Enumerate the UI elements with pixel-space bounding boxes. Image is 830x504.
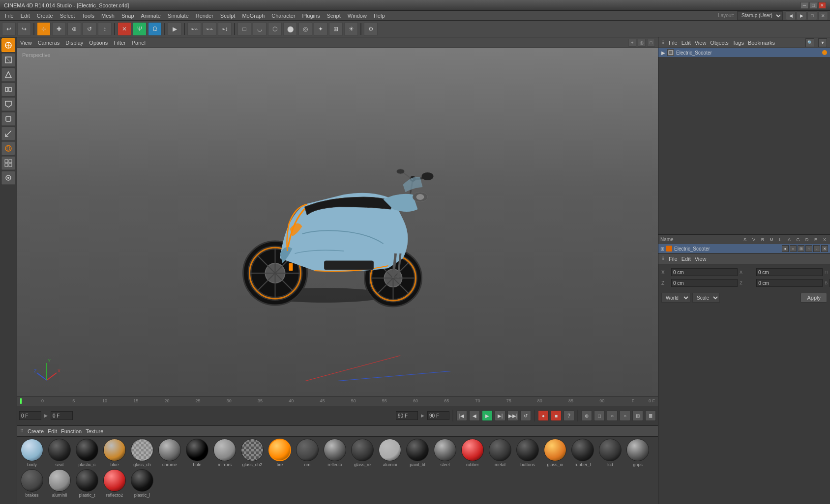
camera-btn[interactable]: ◎	[298, 22, 312, 36]
menu-render[interactable]: Render	[193, 12, 216, 20]
material-item-steel[interactable]: steel	[432, 439, 458, 467]
menu-character[interactable]: Character	[268, 12, 298, 20]
material-item-aluminii[interactable]: aluminii	[47, 469, 72, 498]
attr-file[interactable]: File	[669, 256, 678, 262]
current-frame-input[interactable]	[19, 411, 41, 420]
material-item-paint_bl[interactable]: paint_bl	[405, 439, 430, 467]
nurbs-btn[interactable]: ⬡	[268, 22, 282, 36]
material-item-grips[interactable]: grips	[625, 439, 651, 467]
goto-end-button[interactable]: ▶▶|	[507, 410, 518, 421]
maximize-button[interactable]: □	[809, 2, 817, 9]
coord-x-input[interactable]	[671, 268, 738, 276]
frame-end-input[interactable]	[396, 411, 418, 420]
material-item-mirrors[interactable]: mirrors	[212, 439, 237, 467]
vp-menu-panel[interactable]: Panel	[132, 40, 146, 46]
material-item-glass_oi[interactable]: glass_oi	[542, 439, 568, 467]
menu-help[interactable]: Help	[371, 12, 388, 20]
menu-file[interactable]: File	[2, 12, 17, 20]
close-button[interactable]: ✕	[818, 2, 826, 9]
key-button3[interactable]: ○	[607, 410, 618, 421]
material-item-brakes[interactable]: brakes	[19, 469, 45, 498]
attr-view[interactable]: View	[695, 256, 707, 262]
menu-plugins[interactable]: Plugins	[299, 12, 323, 20]
left-tool-2[interactable]	[1, 53, 15, 67]
scale-select[interactable]: Scale	[692, 293, 720, 303]
material-item-blue[interactable]: blue	[102, 439, 127, 467]
frame-max-input[interactable]	[427, 411, 449, 420]
vp-menu-display[interactable]: Display	[65, 40, 83, 46]
layout-btn3[interactable]: □	[807, 11, 817, 20]
world-select[interactable]: World Object	[661, 293, 690, 303]
obj-objects[interactable]: Objects	[710, 40, 728, 46]
key-button5[interactable]: ⊞	[632, 410, 643, 421]
light-btn[interactable]: ✦	[314, 22, 327, 36]
material-item-plastic_t[interactable]: plastic_t	[74, 469, 100, 498]
left-tool-9[interactable]	[1, 156, 15, 170]
key-button2[interactable]: □	[594, 410, 605, 421]
loop-button[interactable]: ↺	[520, 410, 531, 421]
coord-z-input[interactable]	[671, 279, 738, 287]
vp-menu-cameras[interactable]: Cameras	[38, 40, 60, 46]
menu-window[interactable]: Window	[345, 12, 370, 20]
material-item-body[interactable]: body	[19, 439, 45, 467]
menu-simulate[interactable]: Simulate	[165, 12, 192, 20]
selected-object-row[interactable]: ▶ Electric_Scooter	[658, 48, 830, 57]
play-button[interactable]: ▶	[168, 22, 181, 36]
material-item-chrome[interactable]: chrome	[157, 439, 182, 467]
material-item-lcd[interactable]: lcd	[597, 439, 623, 467]
obj-arr-btn[interactable]: ↑	[805, 245, 812, 252]
menu-mograph[interactable]: MoGraph	[239, 12, 267, 20]
obj-vis2-btn[interactable]: ○	[790, 245, 797, 252]
material-item-glass_re[interactable]: glass_re	[350, 439, 375, 467]
stop-button[interactable]: ■	[551, 410, 562, 421]
left-tool-8[interactable]	[1, 141, 15, 155]
menu-tools[interactable]: Tools	[79, 12, 97, 20]
material-item-alumini[interactable]: alumini	[377, 439, 403, 467]
selected-object-row2[interactable]: ⊞ Electric_Scooter ● ○ ⊞ ↑ ↓ ✕	[658, 244, 830, 253]
object-btn[interactable]: □	[237, 22, 251, 36]
left-tool-4[interactable]	[1, 83, 15, 96]
vp-menu-view[interactable]: View	[20, 40, 32, 46]
obj-view-menu[interactable]: View	[695, 40, 707, 46]
material-item-buttons[interactable]: buttons	[515, 439, 540, 467]
obj-arr2-btn[interactable]: ↓	[813, 245, 820, 252]
render-btn3[interactable]: ⌁↕	[218, 22, 232, 36]
left-tool-5[interactable]	[1, 97, 15, 111]
vp-ctrl-1[interactable]: +	[628, 39, 636, 47]
material-item-glass_ch2[interactable]: glass_ch2	[239, 439, 265, 467]
rotate-tool-button[interactable]: ↺	[83, 22, 96, 36]
obj-tags[interactable]: Tags	[733, 40, 744, 46]
question-button[interactable]: ?	[563, 410, 574, 421]
x-axis-button[interactable]: ✕	[118, 22, 131, 36]
deformer-btn[interactable]: ⬤	[283, 22, 297, 36]
material-item-rim[interactable]: rim	[295, 439, 320, 467]
menu-animate[interactable]: Animate	[138, 12, 164, 20]
apply-button[interactable]: Apply	[800, 293, 827, 303]
coord-xr-input[interactable]	[756, 268, 823, 276]
menu-script[interactable]: Script	[324, 12, 344, 20]
transform-tool-button[interactable]: ↕	[98, 22, 112, 36]
material-item-seat[interactable]: seat	[47, 439, 72, 467]
obj-vis-btn[interactable]: ●	[782, 245, 789, 252]
material-item-glass_ch[interactable]: glass_ch	[129, 439, 155, 467]
key-button1[interactable]: ⊕	[581, 410, 592, 421]
record-button[interactable]: ●	[538, 410, 549, 421]
vp-menu-filter[interactable]: Filter	[114, 40, 125, 46]
obj-filter-btn[interactable]: ▼	[818, 38, 827, 47]
layout-btn2[interactable]: ▶	[797, 11, 806, 20]
obj-file[interactable]: File	[669, 40, 678, 46]
key-button6[interactable]: ≣	[645, 410, 656, 421]
obj-bookmarks[interactable]: Bookmarks	[748, 40, 775, 46]
vp-ctrl-2[interactable]: ◎	[638, 39, 646, 47]
obj-del-btn[interactable]: ✕	[821, 245, 828, 252]
spline-btn[interactable]: ◡	[253, 22, 267, 36]
coord-zr-input[interactable]	[756, 279, 823, 287]
y-axis-button[interactable]: Ψ	[133, 22, 147, 36]
obj-search-btn[interactable]: 🔍	[805, 38, 814, 47]
render-btn2[interactable]: ⌁⌁	[203, 22, 216, 36]
timeline-ruler-marks[interactable]: 0 5 10 15 20 25 30 35 40 45 50 55 60 65	[27, 398, 649, 403]
obj-lock-btn[interactable]: ⊞	[798, 245, 804, 252]
left-tool-7[interactable]	[1, 127, 15, 140]
material-create[interactable]: Create	[28, 428, 44, 434]
material-item-plastic_l[interactable]: plastic_l	[129, 469, 155, 498]
